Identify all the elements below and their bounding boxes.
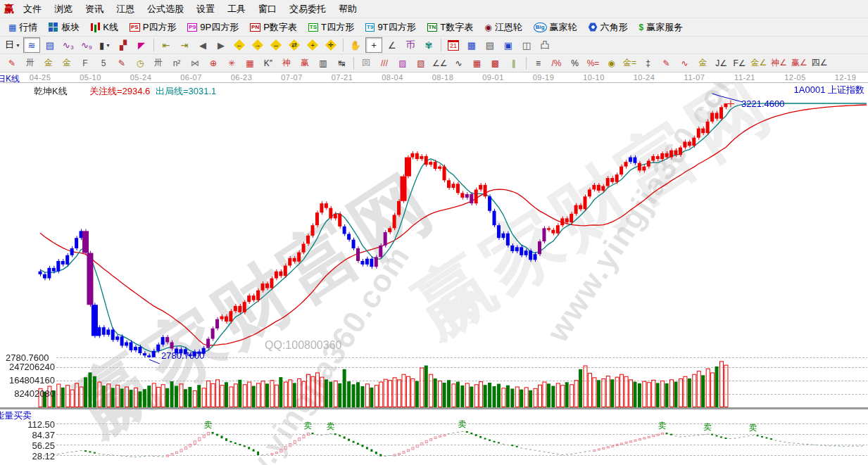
shen-tool[interactable]: 神 — [278, 56, 295, 71]
compass-target-tool[interactable]: ⊕ — [205, 56, 222, 71]
red-brush-tool[interactable]: ✎ — [113, 56, 130, 71]
swap-range-button[interactable]: ⇄ — [286, 37, 303, 53]
rect-grid-tool[interactable]: ▦ — [241, 56, 258, 71]
crosshair-button[interactable]: ＋ — [365, 37, 382, 53]
quickbar-p-number-table-button[interactable]: PNP数字表 — [244, 19, 303, 36]
calendar-button[interactable]: 21 — [445, 37, 462, 53]
gold-line-tool[interactable]: 金= — [622, 56, 639, 71]
quickbar-winner-wheel-button[interactable]: Big赢家轮 — [528, 19, 583, 36]
last-bar-button[interactable]: ⇥ — [176, 37, 193, 53]
angle-measure-button[interactable]: ∠ — [384, 37, 401, 53]
gold-grid-tool[interactable]: 金 — [40, 56, 57, 71]
pan-hand-button[interactable]: ✋ — [347, 37, 364, 53]
timeshare-chart-button[interactable]: ≋ — [23, 37, 40, 53]
chip-distribution-button[interactable]: ▞ — [115, 37, 132, 53]
ying-tool[interactable]: 赢 — [296, 56, 313, 71]
menu-item-公式选股[interactable]: 公式选股 — [141, 0, 190, 18]
f10-info-button[interactable]: ▤ — [42, 37, 58, 53]
save-button[interactable]: ▣ — [500, 37, 517, 53]
multi-angle-tool[interactable]: ∠∠ — [431, 56, 449, 71]
wave-range-tool[interactable]: ∿ — [677, 56, 693, 71]
quickbar-sectors-button[interactable]: 板块 — [43, 19, 85, 36]
compress-view-button[interactable]: ＋ — [304, 37, 321, 53]
menu-item-工具[interactable]: 工具 — [221, 0, 252, 18]
k-quote-tool[interactable]: K″ — [260, 56, 277, 71]
gann-box-tool[interactable]: ▦ — [469, 56, 486, 71]
first-bar-button[interactable]: ⇤ — [158, 37, 175, 53]
percent-retrace-tool[interactable]: /% — [548, 56, 565, 71]
quickbar-hexagon-button[interactable]: 六角形 — [583, 19, 634, 36]
gold-underline-tool[interactable]: 金 — [695, 56, 712, 71]
gann-box2-tool[interactable]: ▩ — [487, 56, 504, 71]
menu-item-窗口[interactable]: 窗口 — [252, 0, 283, 18]
f-grid-tool[interactable]: F — [77, 56, 94, 71]
small-grid-tool[interactable]: 卅 — [150, 56, 167, 71]
zoom-left-button[interactable]: ← — [231, 37, 248, 53]
chart-9min-button[interactable]: ∿₉ — [78, 37, 95, 53]
fan-box-tool[interactable]: ▨ — [394, 56, 411, 71]
quickbar-t-number-table-button[interactable]: TNT数字表 — [422, 19, 479, 36]
menu-item-交易委托[interactable]: 交易委托 — [283, 0, 332, 18]
notes-button[interactable]: ▤ — [482, 37, 498, 53]
price-grid-tool[interactable]: 卅 — [22, 56, 39, 71]
si-angle-tool[interactable]: 四∠ — [810, 56, 829, 71]
ray-fan-tool[interactable]: /// — [376, 56, 393, 71]
width-measure-tool[interactable]: ↹ — [333, 56, 350, 71]
kline-style-button[interactable]: ▮▼ — [96, 37, 113, 53]
p-number-table-icon: PN — [250, 23, 260, 32]
print-button[interactable]: 凸 — [536, 37, 553, 53]
percent-tool[interactable]: % — [567, 56, 584, 71]
quickbar-p-square-button[interactable]: PSP四方形 — [124, 19, 182, 36]
indicator-scale-4: 28.12 — [32, 451, 55, 461]
parallel-channel-tool[interactable]: ∥ — [505, 56, 522, 71]
menu-item-文件[interactable]: 文件 — [17, 0, 48, 18]
star-rays-tool[interactable]: ✳ — [223, 56, 240, 71]
quickbar-kline-button[interactable]: K线 — [85, 19, 124, 36]
gold-angle-tool[interactable]: 金∠ — [750, 56, 769, 71]
mirror-fold-tool[interactable]: ⋈ — [187, 56, 203, 71]
menu-item-浏览[interactable]: 浏览 — [48, 0, 79, 18]
menu-item-江恩[interactable]: 江恩 — [110, 0, 141, 18]
f-angle-tool[interactable]: F∠ — [731, 56, 748, 71]
zoom-right-button[interactable]: → — [249, 37, 266, 53]
paint-brush-tool[interactable]: ✎ — [4, 56, 20, 71]
period-day-button[interactable]: 日▼ — [4, 37, 22, 53]
quickbar-t-square-button[interactable]: TST四方形 — [303, 19, 360, 36]
menu-item-帮助[interactable]: 帮助 — [332, 0, 363, 18]
quickbar-winner-service-button[interactable]: $赢家服务 — [634, 19, 689, 36]
levels-tool[interactable]: ≡ — [530, 56, 547, 71]
volume-profile-button[interactable]: ◤ — [133, 37, 150, 53]
quickbar-market-quotes-button[interactable]: ▦行情 — [3, 19, 43, 36]
caliper-tool[interactable]: ‡ — [640, 56, 657, 71]
gold-angle-tool-icon: 金∠ — [751, 57, 767, 69]
shen-angle-tool[interactable]: 神∠ — [769, 56, 788, 71]
gold-circle-tool[interactable]: ◉ — [603, 56, 620, 71]
red-pen-tool[interactable]: ✎ — [658, 56, 675, 71]
gold-grid2-tool[interactable]: 金 — [58, 56, 75, 71]
network-button[interactable]: ◫ — [518, 37, 535, 53]
rect-select-tool[interactable]: 回 — [358, 56, 375, 71]
expand-horizontal-button[interactable]: ↔ — [268, 37, 284, 53]
zigzag-tool[interactable]: ∿ — [451, 56, 467, 71]
menu-item-设置[interactable]: 设置 — [190, 0, 221, 18]
expand-all-button[interactable]: ✛ — [322, 37, 339, 53]
prev-bar-button[interactable]: ◀ — [194, 37, 211, 53]
gann-square-button[interactable]: 币 — [402, 37, 419, 53]
five-grid-tool[interactable]: 5 — [95, 56, 112, 71]
quickbar-p9-square-button[interactable]: P99P四方形 — [182, 19, 244, 36]
menu-item-资讯[interactable]: 资讯 — [79, 0, 110, 18]
quickbar-gann-wheel-button[interactable]: ◉江恩轮 — [479, 19, 527, 36]
j-angle-tool[interactable]: J∠ — [713, 56, 730, 71]
ying-angle-tool[interactable]: 赢∠ — [790, 56, 809, 71]
next-bar-button[interactable]: ▶ — [213, 37, 229, 53]
n-square-tool[interactable]: n² — [168, 56, 185, 71]
fan-box2-tool[interactable]: ▧ — [413, 56, 429, 71]
quickbar-t9-square-button[interactable]: T99T四方形 — [360, 19, 422, 36]
main-chart-canvas[interactable] — [0, 83, 868, 465]
chart-3min-button[interactable]: ∿₃ — [60, 37, 77, 53]
wave-analysis-button[interactable]: ✾ — [420, 37, 437, 53]
percent-line-tool[interactable]: %= — [585, 56, 602, 71]
time-cycle-tool[interactable]: ◷ — [132, 56, 149, 71]
calculator-button[interactable]: ▦ — [463, 37, 480, 53]
ruler-123-tool[interactable]: ▥ — [315, 56, 332, 71]
